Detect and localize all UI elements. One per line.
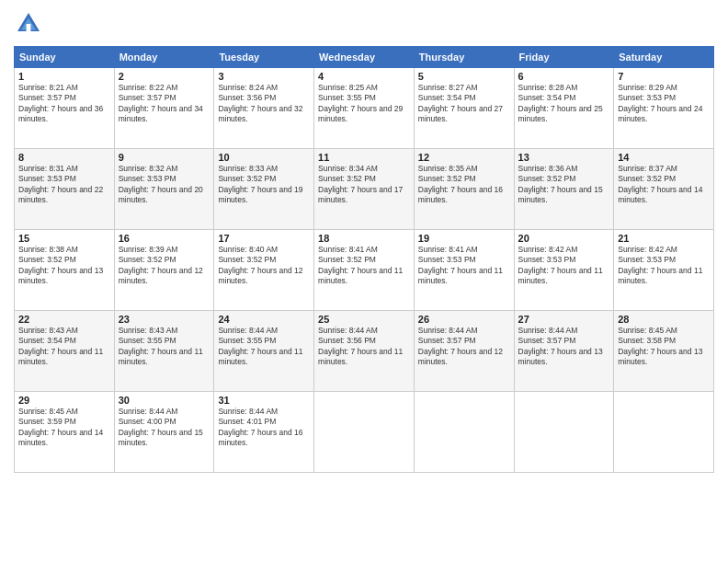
day-info: Sunrise: 8:32 AMSunset: 3:53 PMDaylight:… bbox=[119, 164, 210, 206]
day-info: Sunrise: 8:33 AMSunset: 3:52 PMDaylight:… bbox=[218, 164, 310, 206]
day-number: 10 bbox=[218, 152, 310, 163]
calendar-cell: 22 Sunrise: 8:43 AMSunset: 3:54 PMDaylig… bbox=[15, 311, 115, 392]
calendar-cell: 6 Sunrise: 8:28 AMSunset: 3:54 PMDayligh… bbox=[514, 68, 614, 149]
calendar-cell bbox=[614, 392, 714, 473]
day-info: Sunrise: 8:37 AMSunset: 3:52 PMDaylight:… bbox=[618, 164, 710, 206]
calendar-cell: 30 Sunrise: 8:44 AMSunset: 4:00 PMDaylig… bbox=[114, 392, 214, 473]
calendar-cell: 24 Sunrise: 8:44 AMSunset: 3:55 PMDaylig… bbox=[214, 311, 314, 392]
day-info: Sunrise: 8:41 AMSunset: 3:52 PMDaylight:… bbox=[318, 245, 410, 287]
day-info: Sunrise: 8:43 AMSunset: 3:54 PMDaylight:… bbox=[18, 326, 110, 368]
day-of-week-header: Sunday bbox=[15, 47, 115, 68]
calendar-cell: 23 Sunrise: 8:43 AMSunset: 3:55 PMDaylig… bbox=[114, 311, 214, 392]
calendar-cell: 11 Sunrise: 8:34 AMSunset: 3:52 PMDaylig… bbox=[314, 149, 415, 230]
day-info: Sunrise: 8:39 AMSunset: 3:52 PMDaylight:… bbox=[119, 245, 210, 287]
day-of-week-header: Wednesday bbox=[314, 47, 415, 68]
day-number: 28 bbox=[618, 314, 710, 325]
day-info: Sunrise: 8:24 AMSunset: 3:56 PMDaylight:… bbox=[218, 83, 310, 125]
logo-icon bbox=[14, 9, 43, 39]
calendar-cell: 2 Sunrise: 8:22 AMSunset: 3:57 PMDayligh… bbox=[114, 68, 214, 149]
day-number: 17 bbox=[218, 233, 310, 244]
day-number: 1 bbox=[18, 71, 110, 82]
day-number: 14 bbox=[618, 152, 710, 163]
day-info: Sunrise: 8:27 AMSunset: 3:54 PMDaylight:… bbox=[418, 83, 510, 125]
page: SundayMondayTuesdayWednesdayThursdayFrid… bbox=[0, 0, 728, 563]
calendar-cell bbox=[414, 392, 514, 473]
calendar-cell: 5 Sunrise: 8:27 AMSunset: 3:54 PMDayligh… bbox=[414, 68, 514, 149]
day-info: Sunrise: 8:44 AMSunset: 3:56 PMDaylight:… bbox=[318, 326, 410, 368]
day-number: 19 bbox=[418, 233, 510, 244]
day-info: Sunrise: 8:36 AMSunset: 3:52 PMDaylight:… bbox=[518, 164, 610, 206]
calendar-cell: 1 Sunrise: 8:21 AMSunset: 3:57 PMDayligh… bbox=[15, 68, 115, 149]
day-number: 30 bbox=[119, 395, 210, 406]
header bbox=[14, 9, 714, 39]
day-number: 12 bbox=[418, 152, 510, 163]
day-of-week-header: Friday bbox=[514, 47, 614, 68]
day-info: Sunrise: 8:44 AMSunset: 4:00 PMDaylight:… bbox=[119, 407, 210, 449]
day-number: 9 bbox=[119, 152, 210, 163]
calendar-cell: 19 Sunrise: 8:41 AMSunset: 3:53 PMDaylig… bbox=[414, 230, 514, 311]
calendar-cell: 28 Sunrise: 8:45 AMSunset: 3:58 PMDaylig… bbox=[614, 311, 714, 392]
day-info: Sunrise: 8:21 AMSunset: 3:57 PMDaylight:… bbox=[18, 83, 110, 125]
day-info: Sunrise: 8:40 AMSunset: 3:52 PMDaylight:… bbox=[218, 245, 310, 287]
day-of-week-header: Monday bbox=[114, 47, 214, 68]
day-number: 5 bbox=[418, 71, 510, 82]
day-info: Sunrise: 8:31 AMSunset: 3:53 PMDaylight:… bbox=[18, 164, 110, 206]
calendar-cell: 12 Sunrise: 8:35 AMSunset: 3:52 PMDaylig… bbox=[414, 149, 514, 230]
calendar-cell: 17 Sunrise: 8:40 AMSunset: 3:52 PMDaylig… bbox=[214, 230, 314, 311]
day-of-week-header: Tuesday bbox=[214, 47, 314, 68]
day-number: 6 bbox=[518, 71, 610, 82]
day-number: 2 bbox=[119, 71, 210, 82]
calendar-cell: 20 Sunrise: 8:42 AMSunset: 3:53 PMDaylig… bbox=[514, 230, 614, 311]
day-info: Sunrise: 8:28 AMSunset: 3:54 PMDaylight:… bbox=[518, 83, 610, 125]
day-info: Sunrise: 8:41 AMSunset: 3:53 PMDaylight:… bbox=[418, 245, 510, 287]
day-number: 4 bbox=[318, 71, 410, 82]
calendar-cell: 26 Sunrise: 8:44 AMSunset: 3:57 PMDaylig… bbox=[414, 311, 514, 392]
day-of-week-header: Thursday bbox=[414, 47, 514, 68]
day-number: 13 bbox=[518, 152, 610, 163]
calendar-cell: 29 Sunrise: 8:45 AMSunset: 3:59 PMDaylig… bbox=[15, 392, 115, 473]
day-info: Sunrise: 8:44 AMSunset: 3:57 PMDaylight:… bbox=[518, 326, 610, 368]
calendar-cell: 31 Sunrise: 8:44 AMSunset: 4:01 PMDaylig… bbox=[214, 392, 314, 473]
calendar-cell: 7 Sunrise: 8:29 AMSunset: 3:53 PMDayligh… bbox=[614, 68, 714, 149]
calendar-cell: 15 Sunrise: 8:38 AMSunset: 3:52 PMDaylig… bbox=[15, 230, 115, 311]
day-info: Sunrise: 8:44 AMSunset: 4:01 PMDaylight:… bbox=[218, 407, 310, 449]
day-number: 25 bbox=[318, 314, 410, 325]
day-number: 21 bbox=[618, 233, 710, 244]
calendar-cell: 16 Sunrise: 8:39 AMSunset: 3:52 PMDaylig… bbox=[114, 230, 214, 311]
calendar-cell: 14 Sunrise: 8:37 AMSunset: 3:52 PMDaylig… bbox=[614, 149, 714, 230]
day-info: Sunrise: 8:42 AMSunset: 3:53 PMDaylight:… bbox=[518, 245, 610, 287]
day-number: 23 bbox=[119, 314, 210, 325]
day-number: 22 bbox=[18, 314, 110, 325]
logo bbox=[14, 9, 47, 39]
calendar-cell: 10 Sunrise: 8:33 AMSunset: 3:52 PMDaylig… bbox=[214, 149, 314, 230]
day-number: 31 bbox=[218, 395, 310, 406]
day-number: 27 bbox=[518, 314, 610, 325]
calendar-cell: 25 Sunrise: 8:44 AMSunset: 3:56 PMDaylig… bbox=[314, 311, 415, 392]
day-info: Sunrise: 8:38 AMSunset: 3:52 PMDaylight:… bbox=[18, 245, 110, 287]
calendar-cell: 3 Sunrise: 8:24 AMSunset: 3:56 PMDayligh… bbox=[214, 68, 314, 149]
day-number: 26 bbox=[418, 314, 510, 325]
day-info: Sunrise: 8:25 AMSunset: 3:55 PMDaylight:… bbox=[318, 83, 410, 125]
day-info: Sunrise: 8:42 AMSunset: 3:53 PMDaylight:… bbox=[618, 245, 710, 287]
day-number: 16 bbox=[119, 233, 210, 244]
day-info: Sunrise: 8:34 AMSunset: 3:52 PMDaylight:… bbox=[318, 164, 410, 206]
day-info: Sunrise: 8:22 AMSunset: 3:57 PMDaylight:… bbox=[119, 83, 210, 125]
day-info: Sunrise: 8:35 AMSunset: 3:52 PMDaylight:… bbox=[418, 164, 510, 206]
day-number: 3 bbox=[218, 71, 310, 82]
calendar-cell: 8 Sunrise: 8:31 AMSunset: 3:53 PMDayligh… bbox=[15, 149, 115, 230]
day-number: 8 bbox=[18, 152, 110, 163]
calendar-cell: 9 Sunrise: 8:32 AMSunset: 3:53 PMDayligh… bbox=[114, 149, 214, 230]
calendar: SundayMondayTuesdayWednesdayThursdayFrid… bbox=[14, 46, 714, 473]
calendar-cell bbox=[314, 392, 415, 473]
day-info: Sunrise: 8:44 AMSunset: 3:57 PMDaylight:… bbox=[418, 326, 510, 368]
day-number: 18 bbox=[318, 233, 410, 244]
day-info: Sunrise: 8:45 AMSunset: 3:58 PMDaylight:… bbox=[618, 326, 710, 368]
day-number: 7 bbox=[618, 71, 710, 82]
calendar-cell: 13 Sunrise: 8:36 AMSunset: 3:52 PMDaylig… bbox=[514, 149, 614, 230]
calendar-cell bbox=[514, 392, 614, 473]
day-number: 24 bbox=[218, 314, 310, 325]
day-number: 29 bbox=[18, 395, 110, 406]
day-info: Sunrise: 8:44 AMSunset: 3:55 PMDaylight:… bbox=[218, 326, 310, 368]
calendar-cell: 21 Sunrise: 8:42 AMSunset: 3:53 PMDaylig… bbox=[614, 230, 714, 311]
day-number: 20 bbox=[518, 233, 610, 244]
